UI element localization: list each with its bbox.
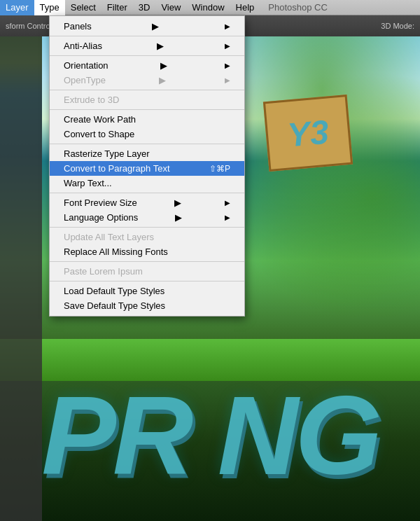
menu-item-orientation[interactable]: Orientation ▶ [50, 58, 244, 73]
font-preview-label: Font Preview Size [64, 197, 137, 208]
menu-item-panels[interactable]: Panels ▶ [50, 19, 244, 34]
divider-6 [50, 193, 244, 193]
divider-9 [50, 281, 244, 282]
orientation-label: Orientation [64, 60, 108, 71]
menu-select[interactable]: Select [65, 0, 102, 15]
app-title: Photoshop CC [262, 0, 333, 15]
menu-item-extrude-3d: Extrude to 3D [50, 92, 244, 107]
type-dropdown-menu: Panels ▶ Anti-Alias ▶ Orientation ▶ Open… [49, 15, 245, 317]
menu-item-warp-text[interactable]: Warp Text... [50, 176, 244, 190]
load-styles-label: Load Default Type Styles [64, 286, 164, 296]
menu-window[interactable]: Window [186, 0, 230, 15]
menu-item-rasterize[interactable]: Rasterize Type Layer [50, 146, 244, 161]
divider-5 [50, 144, 244, 144]
menu-item-anti-alias[interactable]: Anti-Alias ▶ [50, 39, 244, 53]
replace-fonts-label: Replace All Missing Fonts [64, 246, 168, 257]
anti-alias-label: Anti-Alias [64, 41, 102, 51]
menu-help[interactable]: Help [230, 0, 260, 15]
convert-to-shape-label: Convert to Shape [64, 129, 134, 139]
divider-2 [50, 55, 244, 56]
menu-item-font-preview[interactable]: Font Preview Size ▶ [50, 195, 244, 210]
menu-item-convert-to-shape[interactable]: Convert to Shape [50, 127, 244, 141]
menu-item-language-options[interactable]: Language Options ▶ [50, 210, 244, 225]
menu-item-replace-fonts[interactable]: Replace All Missing Fonts [50, 244, 244, 259]
divider-7 [50, 227, 244, 228]
menubar: Layer Type Select Filter 3D View Window … [0, 0, 420, 15]
rasterize-label: Rasterize Type Layer [64, 148, 150, 159]
panels-label: Panels [64, 21, 92, 32]
divider-8 [50, 261, 244, 262]
convert-paragraph-shortcut: ⇧⌘P [209, 164, 230, 174]
warp-text-label: Warp Text... [64, 178, 112, 188]
transform-controls-label: sform Controls [6, 22, 56, 30]
divider-4 [50, 109, 244, 110]
convert-paragraph-label: Convert to Paragraph Text [64, 163, 170, 174]
menu-item-update-text: Update All Text Layers [50, 230, 244, 244]
menu-layer[interactable]: Layer [0, 0, 34, 15]
extrude-3d-label: Extrude to 3D [64, 95, 120, 105]
spring-letters: PR NG [0, 371, 420, 500]
font-preview-arrow: ▶ [174, 197, 181, 208]
menu-item-opentype: OpenType ▶ [50, 73, 244, 88]
menu-item-load-styles[interactable]: Load Default Type Styles [50, 284, 244, 298]
sign-text: Y3 [286, 112, 330, 154]
language-options-arrow: ▶ [175, 212, 182, 223]
menu-type[interactable]: Type [34, 0, 65, 15]
3d-mode-label: 3D Mode: [381, 22, 414, 30]
anti-alias-arrow: ▶ [157, 41, 164, 51]
divider-3 [50, 90, 244, 90]
menu-item-save-styles[interactable]: Save Default Type Styles [50, 298, 244, 313]
save-styles-label: Save Default Type Styles [64, 300, 165, 311]
paste-lorem-label: Paste Lorem Ipsum [64, 266, 143, 277]
orientation-arrow: ▶ [160, 60, 167, 71]
create-work-path-label: Create Work Path [64, 114, 136, 125]
language-options-label: Language Options [64, 212, 138, 223]
menu-item-paste-lorem: Paste Lorem Ipsum [50, 264, 244, 279]
menu-item-convert-paragraph[interactable]: Convert to Paragraph Text ⇧⌘P [50, 161, 244, 176]
menu-filter[interactable]: Filter [102, 0, 133, 15]
grass-strip [0, 339, 420, 381]
menu-3d[interactable]: 3D [133, 0, 156, 15]
panels-arrow: ▶ [152, 21, 159, 32]
update-text-label: Update All Text Layers [64, 232, 154, 242]
sign-box: Y3 [263, 95, 353, 172]
opentype-arrow: ▶ [159, 75, 166, 85]
menu-view[interactable]: View [155, 0, 186, 15]
menu-item-create-work-path[interactable]: Create Work Path [50, 112, 244, 127]
opentype-label: OpenType [64, 75, 106, 85]
left-panel [0, 15, 42, 521]
divider-1 [50, 36, 244, 36]
